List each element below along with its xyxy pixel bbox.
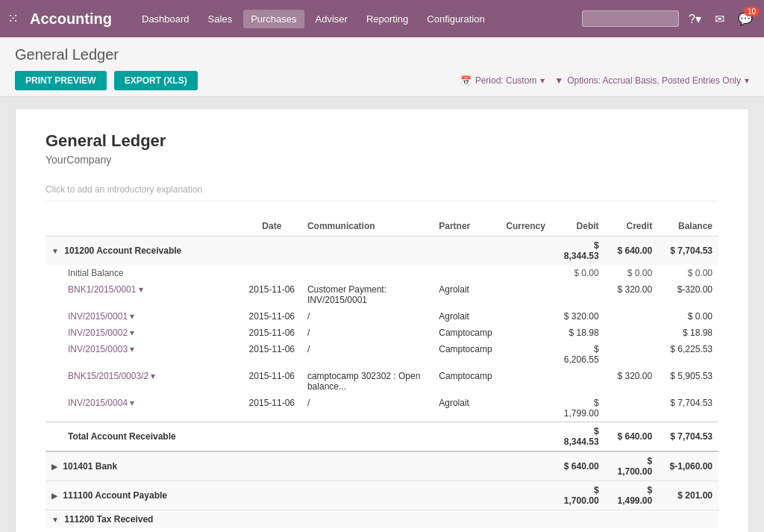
nav-reporting[interactable]: Reporting [359,10,416,28]
row-debit: $ 320.00 [551,308,605,325]
total-label: Total Account Receivable [46,422,551,452]
ledger-body: ▼ 101200 Account Receivable $ 8,344.53$ … [46,237,718,533]
toolbar: PRINT PREVIEW EXPORT (XLS) 📅 Period: Cus… [15,71,749,90]
expand-icon[interactable]: ▼ [51,247,59,255]
account-debit [551,510,605,529]
table-row: INV/2015/0003 ▾ 2015-11-06 / Camptocamp … [46,341,718,368]
expand-icon[interactable]: ▼ [51,516,59,524]
account-balance: $-1,060.00 [658,451,718,481]
nav-purchases[interactable]: Purchases [243,10,304,28]
nav-sales[interactable]: Sales [201,10,240,28]
page-header: General Ledger PRINT PREVIEW EXPORT (XLS… [0,37,764,97]
account-row[interactable]: ▶ 111100 Account Payable $ 1,700.00$ 1,4… [46,481,718,510]
init-credit: $ 0.00 [605,265,659,281]
account-credit: $ 1,700.00 [605,451,659,481]
col-credit: Credit [605,216,659,237]
help-icon[interactable]: ?▾ [685,10,705,28]
row-currency [500,368,551,395]
table-row: BNK15/2015/0003/2 ▾ 2015-11-06 camptocam… [46,368,718,395]
toolbar-right: 📅 Period: Custom ▾ ▼ Options: Accrual Ba… [460,75,749,86]
row-partner: Camptocamp [433,325,500,341]
row-date: 2015-11-06 [242,308,301,325]
row-currency [500,395,551,422]
row-communication: / [301,395,433,422]
row-credit [605,395,659,422]
report-company: YourCompany [46,154,718,166]
account-balance [658,510,718,529]
init-balance: $ 0.00 [658,265,718,281]
initial-balance-row: Initial Balance $ 0.00 $ 0.00 $ 0.00 [46,528,718,532]
row-ref[interactable]: INV/2015/0002 ▾ [46,325,242,341]
row-ref[interactable]: INV/2015/0004 ▾ [46,395,242,422]
row-debit: $ 18.98 [551,325,605,341]
row-communication: camptocamp 302302 : Open balance... [301,368,433,395]
row-balance: $ 0.00 [658,308,718,325]
period-selector[interactable]: Period: Custom [475,75,537,86]
options-selector[interactable]: Options: Accrual Basis, Posted Entries O… [567,75,741,86]
account-name: ▼ 101200 Account Receivable [46,237,551,266]
row-ref[interactable]: BNK1/2015/0001 ▾ [46,281,242,308]
row-partner: Camptocamp [433,341,500,368]
row-credit: $ 320.00 [605,368,659,395]
row-currency [500,308,551,325]
account-row[interactable]: ▶ 101401 Bank $ 640.00$ 1,700.00$-1,060.… [46,451,718,481]
grid-icon[interactable]: ⁙ [7,10,19,27]
row-currency [500,325,551,341]
row-ref[interactable]: INV/2015/0003 ▾ [46,341,242,368]
total-credit: $ 640.00 [605,422,659,452]
col-debit: Debit [551,216,605,237]
total-balance: $ 7,704.53 [658,422,718,452]
chat-badge: 10 [744,7,760,16]
messages-icon[interactable]: ✉ [711,10,728,28]
expand-icon[interactable]: ▶ [51,492,57,500]
row-communication: Customer Payment: INV/2015/0001 [301,281,433,308]
table-row: INV/2015/0004 ▾ 2015-11-06 / Agrolait $ … [46,395,718,422]
row-debit: $ 1,799.00 [551,395,605,422]
init-debit: $ 0.00 [551,528,605,532]
row-communication: / [301,325,433,341]
options-dropdown-icon[interactable]: ▾ [745,75,749,86]
account-debit: $ 1,700.00 [551,481,605,510]
account-row[interactable]: ▼ 111200 Tax Received [46,510,718,529]
col-balance: Balance [658,216,718,237]
row-partner: Agrolait [433,395,500,422]
export-button[interactable]: EXPORT (XLS) [114,71,198,90]
row-date: 2015-11-06 [242,281,301,308]
init-debit: $ 0.00 [551,265,605,281]
row-balance: $ 5,905.53 [658,368,718,395]
print-preview-button[interactable]: PRINT PREVIEW [15,71,107,90]
col-partner: Partner [433,216,500,237]
table-row: INV/2015/0001 ▾ 2015-11-06 / Agrolait $ … [46,308,718,325]
row-ref[interactable]: INV/2015/0001 ▾ [46,308,242,325]
account-row[interactable]: ▼ 101200 Account Receivable $ 8,344.53$ … [46,237,718,266]
row-debit [551,368,605,395]
row-debit [551,281,605,308]
report-intro-placeholder[interactable]: Click to add an introductory explanation [46,184,718,201]
row-communication: / [301,341,433,368]
col-communication: Communication [301,216,433,237]
table-row: BNK1/2015/0001 ▾ 2015-11-06 Customer Pay… [46,281,718,308]
row-balance: $ 7,704.53 [658,395,718,422]
expand-icon[interactable]: ▶ [51,463,57,471]
content-area: General Ledger YourCompany Click to add … [0,97,764,532]
period-dropdown-icon[interactable]: ▾ [540,75,545,86]
initial-balance-row: Initial Balance $ 0.00 $ 0.00 $ 0.00 [46,265,718,281]
nav-right: ?▾ ✉ 💬 10 [582,10,757,28]
row-ref[interactable]: BNK15/2015/0003/2 ▾ [46,368,242,395]
search-input[interactable] [582,10,679,27]
row-date: 2015-11-06 [242,395,301,422]
ledger-table: Date Communication Partner Currency Debi… [46,216,718,532]
total-row: Total Account Receivable $ 8,344.53 $ 64… [46,422,718,452]
nav-adviser[interactable]: Adviser [308,10,355,28]
nav-dashboard[interactable]: Dashboard [134,10,197,28]
chat-icon[interactable]: 💬 10 [734,10,757,28]
row-credit: $ 320.00 [605,281,659,308]
row-partner: Agrolait [433,281,500,308]
nav-configuration[interactable]: Configuration [419,10,492,28]
page-title: General Ledger [15,46,749,63]
row-credit [605,341,659,368]
row-balance: $ 6,225.53 [658,341,718,368]
calendar-icon: 📅 [460,75,472,86]
col-currency: Currency [500,216,551,237]
row-date: 2015-11-06 [242,368,301,395]
